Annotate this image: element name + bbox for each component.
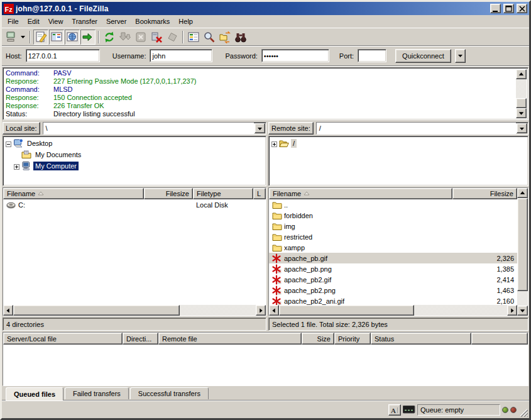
tab-queued-files[interactable]: Queued files (6, 387, 63, 401)
log-scroll-thumb[interactable] (516, 98, 527, 108)
expander-plus-icon[interactable] (271, 141, 277, 146)
column-header-l[interactable]: L (253, 188, 266, 199)
quickconnect-button[interactable]: Quickconnect (395, 49, 451, 63)
remote-file-row[interactable]: apache_pb2.gif2,414 (269, 274, 517, 285)
remote-file-row[interactable]: restricted (269, 231, 517, 242)
remote-file-row[interactable]: .. (269, 199, 517, 210)
remote-hscrollbar[interactable] (269, 305, 517, 316)
local-tree-item[interactable]: My Computer (3, 160, 266, 172)
menu-edit[interactable]: Edit (23, 16, 44, 26)
scroll-up-icon[interactable] (516, 69, 527, 79)
synchronized-browsing-icon[interactable] (217, 30, 233, 45)
toggle-queue-icon[interactable] (80, 30, 96, 45)
local-site-value[interactable]: \ (43, 123, 254, 134)
menu-bookmarks[interactable]: Bookmarks (131, 16, 174, 26)
remote-file-row[interactable]: forbidden (269, 210, 517, 221)
image-file-icon (272, 285, 282, 296)
desktop-icon (13, 138, 23, 148)
maximize-button[interactable] (503, 4, 514, 13)
close-button[interactable] (517, 4, 527, 13)
column-header-filetype[interactable]: Filetype (193, 188, 253, 199)
speed-limit-icon[interactable] (403, 406, 415, 414)
menu-file[interactable]: File (3, 16, 23, 26)
username-input[interactable] (150, 49, 212, 62)
column-header-label: Filename (273, 190, 301, 197)
directory-listing-icon[interactable] (186, 30, 201, 45)
log-scrollbar[interactable] (516, 69, 527, 118)
menu-help[interactable]: Help (174, 16, 197, 26)
password-input[interactable] (261, 49, 329, 62)
scroll-right-icon[interactable] (507, 305, 517, 316)
menu-server[interactable]: Server (102, 16, 131, 26)
remote-tree-item[interactable]: / (269, 138, 528, 149)
local-tree-item[interactable]: Desktop (3, 138, 266, 149)
reconnect-icon[interactable] (165, 30, 180, 45)
tab-failed-transfers[interactable]: Failed transfers (65, 387, 129, 399)
scroll-left-icon[interactable] (3, 305, 13, 316)
minimize-button[interactable] (490, 4, 501, 13)
expander-plus-icon[interactable] (14, 163, 19, 169)
file-search-icon[interactable] (202, 30, 217, 45)
remote-file-row[interactable]: apache_pb2_ani.gif2,160 (269, 296, 517, 305)
image-file-icon (272, 253, 282, 263)
quickconnect-dropdown-button[interactable] (455, 49, 466, 63)
resize-grip[interactable] (518, 407, 528, 417)
queue-column-directi-[interactable]: Directi... (123, 333, 158, 345)
remote-file-row[interactable]: apache_pb2.png1,463 (269, 285, 517, 296)
tab-successful-transfers[interactable]: Successful transfers (130, 387, 209, 399)
local-tree-label[interactable]: My Documents (33, 150, 83, 159)
ascii-transfer-type-icon[interactable]: A (388, 404, 401, 416)
scroll-left-icon[interactable] (269, 305, 279, 316)
queue-column-status[interactable]: Status (371, 333, 471, 345)
list-cell: xampp (269, 243, 452, 253)
local-file-list: FilenameFilesizeFiletypeL C:Local Disk (3, 187, 266, 316)
toggle-message-log-icon[interactable] (33, 30, 48, 45)
remote-site-value[interactable]: / (317, 123, 516, 134)
scroll-down-icon[interactable] (517, 306, 528, 316)
queue-body[interactable] (3, 345, 528, 385)
disconnect-icon[interactable] (149, 30, 164, 45)
remote-file-row[interactable]: img (269, 221, 517, 231)
remote-file-row[interactable]: apache_pb.gif2,326 (269, 253, 517, 263)
column-header-filename[interactable]: Filename (269, 188, 452, 199)
queue-column-server-local-file[interactable]: Server/Local file (3, 333, 123, 345)
local-tree-item[interactable]: My Documents (3, 149, 266, 160)
column-header-filename[interactable]: Filename (3, 188, 144, 199)
scroll-right-icon[interactable] (256, 305, 266, 316)
scroll-down-icon[interactable] (516, 108, 527, 118)
remote-file-row[interactable]: xampp (269, 242, 517, 253)
menu-transfer[interactable]: Transfer (67, 16, 102, 26)
column-header-filesize[interactable]: Filesize (452, 188, 517, 199)
remote-tree-label[interactable]: / (291, 139, 297, 148)
queue-column-remote-file[interactable]: Remote file (158, 333, 302, 345)
site-manager-dropdown[interactable] (19, 30, 27, 44)
combo-arrow-icon[interactable] (255, 123, 265, 133)
queue-column-priority[interactable]: Priority (334, 333, 371, 345)
remote-file-row[interactable]: apache_pb.png1,385 (269, 263, 517, 274)
remote-site-combo[interactable]: / (316, 122, 528, 135)
remote-vscrollbar[interactable] (517, 188, 528, 316)
column-header-filesize[interactable]: Filesize (144, 188, 193, 199)
log-line-text: 226 Transfer OK (53, 102, 104, 110)
process-queue-icon[interactable] (118, 30, 133, 45)
filter-icon[interactable] (233, 30, 248, 45)
combo-arrow-icon[interactable] (517, 123, 527, 133)
local-file-row[interactable]: C:Local Disk (3, 199, 266, 210)
title-bar[interactable]: Fz john@127.0.0.1 - FileZilla (2, 2, 529, 15)
port-input[interactable] (358, 49, 386, 62)
scroll-up-icon[interactable] (517, 188, 528, 198)
expander-minus-icon[interactable] (6, 141, 11, 146)
local-site-combo[interactable]: \ (43, 122, 266, 135)
menu-view[interactable]: View (44, 16, 68, 26)
local-hscrollbar[interactable] (3, 305, 266, 316)
local-tree-label[interactable]: Desktop (25, 139, 54, 148)
toggle-local-tree-icon[interactable] (49, 30, 64, 45)
local-tree-label[interactable]: My Computer (33, 162, 79, 170)
remote-file-list: FilenameFilesize ..forbiddenimgrestricte… (268, 187, 528, 316)
refresh-icon[interactable] (102, 30, 117, 45)
cancel-operation-icon[interactable] (133, 30, 148, 45)
site-manager-icon[interactable] (3, 30, 18, 45)
host-input[interactable] (26, 49, 100, 62)
toggle-remote-tree-icon[interactable] (65, 30, 80, 45)
queue-column-size[interactable]: Size (302, 333, 334, 345)
